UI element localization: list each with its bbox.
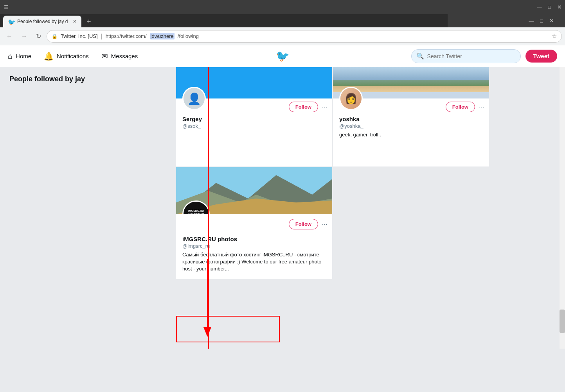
sidebar: People followed by jay [0,67,172,91]
reload-button[interactable]: ↻ [33,30,44,42]
follow-button-yoshka[interactable]: Follow [446,102,475,112]
avatar-yoshka: 👩 [339,87,363,110]
envelope-icon: ✉ [101,52,108,61]
minimize-btn[interactable]: — [525,16,537,25]
close-button[interactable]: ✕ [554,2,565,12]
browser-tab-bar: 🐦 People followed by jay d ✕ + — □ ✕ [0,14,565,27]
nav-notifications-label: Notifications [57,53,89,59]
card-header-bg-yoshka: 👩 [333,67,489,98]
user-name-yoshka: yoshka [339,116,483,122]
user-name-sergey: Sergey [182,116,326,122]
follow-button-sergey[interactable]: Follow [289,102,318,112]
nav-left: ⌂ Home 🔔 Notifications ✉ Messages [8,52,138,61]
nav-notifications[interactable]: 🔔 Notifications [44,52,89,61]
user-card-yoshka: 👩 Follow ⋯ yoshka @yoshka_ geek, gamer, … [333,67,489,166]
bell-icon: 🔔 [44,52,54,61]
avatar-logo-wrap: IMGSRC.RUTHE PHOTO HOSTING [184,202,209,214]
window-controls: — □ ✕ [534,0,565,14]
search-box[interactable]: 🔍 [411,49,521,63]
svg-marker-5 [203,327,211,337]
minimize-button[interactable]: — [534,3,545,11]
nav-messages[interactable]: ✉ Messages [101,52,138,61]
url-rest: /following [178,33,199,39]
site-name: Twitter, Inc. [US] [61,33,98,39]
search-input[interactable] [427,53,516,59]
lock-icon: 🔒 [52,34,58,39]
page-title: People followed by jay [9,75,163,83]
twitter-bird-icon: 🐦 [276,50,290,62]
back-button[interactable]: ← [3,30,16,42]
tab-close-button[interactable]: ✕ [73,19,77,24]
address-bar-row: ← → ↻ 🔒 Twitter, Inc. [US] | https://twi… [0,27,565,45]
nav-right: 🔍 Tweet [411,49,557,63]
maximize-button[interactable]: □ [545,3,554,11]
scrollbar-thumb[interactable] [560,310,565,333]
forward-button[interactable]: → [18,30,31,42]
twitter-nav: ⌂ Home 🔔 Notifications ✉ Messages 🐦 🔍 Tw… [0,45,565,67]
url-separator: | [101,33,103,40]
search-icon: 🔍 [416,52,424,60]
avatar-sergey: 👤 [182,87,206,110]
card-actions-imgsrc: Follow ⋯ [289,219,327,229]
nav-home-label: Home [16,53,31,59]
more-button-sergey[interactable]: ⋯ [321,103,327,111]
home-icon: ⌂ [8,52,13,61]
tweet-button[interactable]: Tweet [525,50,557,63]
follow-button-imgsrc[interactable]: Follow [289,219,318,229]
active-tab[interactable]: 🐦 People followed by jay d ✕ [3,16,81,27]
user-bio-yoshka: geek, gamer, troll.. [339,131,483,138]
new-tab-button[interactable]: + [85,16,94,27]
user-handle-yoshka: @yoshka_ [339,123,483,129]
hamburger-icon[interactable]: ☰ [4,4,9,10]
card-header-imgsrc: IMGSRC.RUTHE PHOTO HOSTING [176,167,332,214]
tab-title: People followed by jay d [17,19,70,24]
scrollbar[interactable] [560,67,565,349]
user-card-sergey: 👤 Follow ⋯ Sergey @ssok_ [176,67,332,166]
annotation-box-name [176,316,280,342]
user-handle-sergey: @ssok_ [182,123,326,129]
cards-area: 👤 Follow ⋯ Sergey @ssok_ [176,67,560,279]
user-name-imgsrc: iMGSRC.RU photos [182,236,326,242]
nav-home[interactable]: ⌂ Home [8,52,31,61]
avatar-yoshka-img: 👩 [340,88,362,109]
maximize-btn[interactable]: □ [537,16,546,25]
card-spacer-yoshka [333,145,489,160]
nav-messages-label: Messages [111,53,138,59]
annotation-arrow-svg [200,259,215,337]
address-bar[interactable]: 🔒 Twitter, Inc. [US] | https://twitter.c… [47,30,562,43]
url-base: https://twitter.com/ [106,33,147,39]
card-spacer-sergey [176,135,332,166]
twitter-logo: 🐦 [276,50,290,63]
card-actions-sergey: Follow ⋯ [289,102,327,112]
user-handle-imgsrc: @imgsrc_ru [182,243,326,249]
more-button-yoshka[interactable]: ⋯ [478,103,484,111]
main-area: People followed by jay 👤 Follow ⋯ Sergey… [0,67,565,349]
bookmark-icon[interactable]: ☆ [551,32,557,40]
browser-controls: ☰ [4,4,9,10]
avatar-logo-text: IMGSRC.RUTHE PHOTO HOSTING [184,209,209,214]
tab-favicon: 🐦 [8,18,14,25]
close-btn[interactable]: ✕ [546,16,557,25]
browser-titlebar: ☰ — □ ✕ [0,0,565,14]
url-highlight: jdwuzhere [150,33,175,39]
card-header-bg-sergey: 👤 [176,67,332,98]
cards-container: 👤 Follow ⋯ Sergey @ssok_ [176,67,489,279]
avatar-placeholder-sergey: 👤 [184,88,205,109]
more-button-imgsrc[interactable]: ⋯ [321,220,327,228]
card-actions-yoshka: Follow ⋯ [446,102,484,112]
